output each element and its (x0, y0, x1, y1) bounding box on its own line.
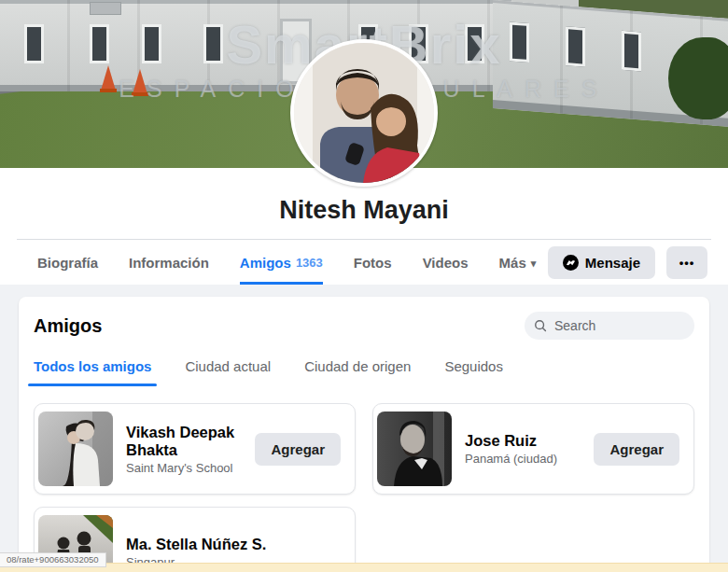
cover-ac-unit (90, 2, 121, 15)
friend-card: Vikash Deepak Bhakta Saint Mary's School… (34, 403, 356, 495)
tab-amigos[interactable]: Amigos 1363 (240, 240, 323, 285)
tab-amigos-label: Amigos (240, 255, 291, 271)
friend-photo[interactable] (38, 412, 113, 486)
friends-card: Amigos Todos los amigos Ciudad actual Ci… (19, 297, 709, 572)
friend-name[interactable]: Ma. Stella Núñez S. (126, 536, 351, 553)
subtab-ciudad-de-origen[interactable]: Ciudad de origen (304, 358, 411, 386)
profile-body: Amigos Todos los amigos Ciudad actual Ci… (0, 285, 728, 572)
friend-photo-man-portrait (377, 412, 452, 486)
message-button-label: Mensaje (585, 255, 640, 271)
tab-mas-label: Más (499, 255, 526, 271)
messenger-icon (563, 255, 579, 271)
traffic-cone (101, 65, 116, 91)
search-icon (534, 319, 547, 332)
search-input[interactable] (553, 317, 685, 334)
facebook-profile-page: SmartBrix ESPACIOS MODULARES (0, 0, 728, 572)
friend-name[interactable]: Vikash Deepak Bhakta (126, 424, 255, 459)
message-button[interactable]: Mensaje (548, 246, 655, 279)
friend-photo[interactable] (377, 412, 452, 486)
more-icon: ••• (679, 256, 695, 270)
friend-detail: Saint Mary's School (126, 461, 255, 475)
tab-mas[interactable]: Más ▾ (499, 240, 537, 285)
subtab-seguidos[interactable]: Seguidos (444, 358, 503, 386)
friend-card: Jose Ruiz Panamá (ciudad) Agregar (372, 403, 694, 495)
cover-bush (668, 37, 728, 119)
traffic-cone (133, 69, 147, 94)
tab-videos[interactable]: Videos (423, 240, 469, 285)
profile-header: Nitesh Mayani Biografía Información Amig… (0, 168, 728, 285)
tab-biografia[interactable]: Biografía (37, 240, 98, 285)
status-bar-link-preview: 08/rate+900663032050 (0, 552, 106, 567)
profile-photo-couple (294, 43, 434, 183)
friend-detail: Panamá (ciudad) (465, 452, 594, 466)
friends-title: Amigos (34, 315, 102, 337)
more-options-button[interactable]: ••• (666, 246, 707, 279)
friends-filter-tabs: Todos los amigos Ciudad actual Ciudad de… (34, 358, 694, 386)
subtab-ciudad-actual[interactable]: Ciudad actual (185, 358, 271, 386)
friend-name[interactable]: Jose Ruiz (465, 432, 594, 450)
friend-photo-wedding-couple (38, 412, 113, 486)
cover-modular-building-left (0, 0, 511, 91)
friends-grid: Vikash Deepak Bhakta Saint Mary's School… (34, 403, 694, 572)
tab-informacion[interactable]: Información (129, 240, 209, 285)
profile-picture[interactable] (290, 39, 438, 187)
tab-fotos[interactable]: Fotos (354, 240, 392, 285)
profile-tabbar: Biografía Información Amigos 1363 Fotos … (17, 239, 711, 285)
tab-amigos-count: 1363 (296, 256, 323, 270)
friends-search-box[interactable] (525, 312, 694, 340)
add-friend-button[interactable]: Agregar (255, 433, 341, 466)
bottom-highlight-strip (0, 563, 728, 572)
subtab-todos-los-amigos[interactable]: Todos los amigos (34, 358, 151, 386)
chevron-down-icon: ▾ (531, 258, 537, 270)
add-friend-button[interactable]: Agregar (594, 433, 679, 466)
